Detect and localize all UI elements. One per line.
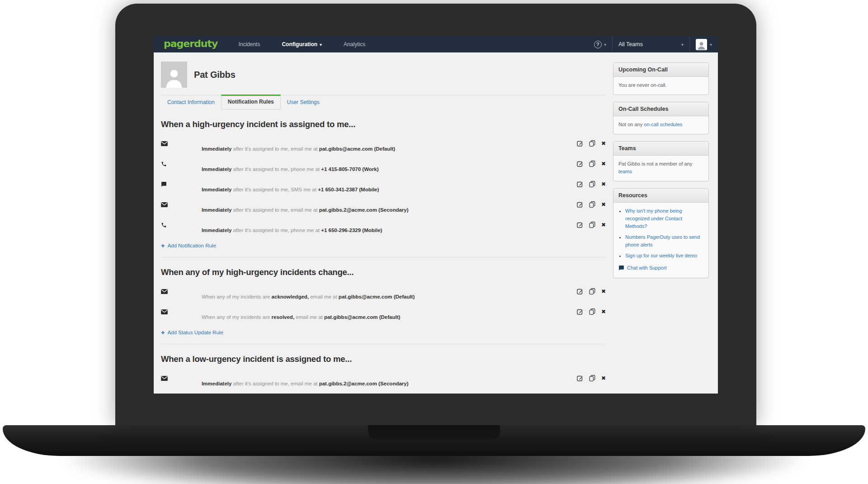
resource-link[interactable]: Numbers PagerDuty uses to send phone ale…: [625, 234, 700, 247]
edit-rule-button[interactable]: [577, 201, 583, 208]
rule-description: Immediately after it's assigned to me, e…: [173, 196, 409, 213]
edit-rule-button[interactable]: [577, 288, 583, 294]
rule-text-segment: Immediately: [202, 228, 231, 233]
notification-rule-row: Immediately after it's assigned to me, e…: [161, 196, 606, 213]
help-icon: ?: [594, 41, 602, 48]
delete-rule-button[interactable]: [601, 375, 606, 381]
resources-list: Why isn't my phone being recognized unde…: [618, 207, 703, 260]
chat-with-support-row: Chat with Support: [618, 264, 703, 272]
team-selector-label: All Teams: [618, 41, 643, 47]
rule-description: Immediately after it's assigned to me, S…: [173, 176, 379, 192]
rule-actions: [566, 181, 606, 187]
delete-rule-button[interactable]: [601, 181, 606, 187]
rule-section: When a low-urgency incident is assigned …: [161, 354, 606, 394]
rule-actions: [566, 288, 606, 294]
profile-avatar: [161, 62, 187, 88]
rule-text-segment: Immediately: [202, 381, 231, 386]
delete-rule-button[interactable]: [601, 308, 606, 315]
rule-actions: [566, 375, 606, 381]
add-rule-link[interactable]: Add Notification Rule: [161, 243, 216, 248]
panel-title: On-Call Schedules: [613, 102, 708, 116]
rule-text-segment: Immediately: [202, 146, 231, 152]
rule-sections: When a high-urgency incident is assigned…: [161, 119, 606, 394]
copy-rule-button[interactable]: [589, 222, 595, 228]
chat-with-support-link[interactable]: Chat with Support: [627, 264, 666, 272]
email-icon: [161, 376, 169, 381]
edit-rule-button[interactable]: [577, 140, 583, 147]
delete-rule-button[interactable]: [601, 201, 606, 208]
rule-text-segment: email me at: [309, 294, 339, 299]
rule-text-segment: after it's assigned to me, SMS me at: [231, 187, 318, 192]
copy-rule-button[interactable]: [589, 288, 595, 294]
copy-rule-button[interactable]: [589, 201, 595, 208]
on-call-schedules-link[interactable]: on-call schedules: [644, 122, 682, 127]
profile-header: Pat Gibbs: [161, 52, 606, 88]
copy-rule-button[interactable]: [589, 161, 595, 167]
rule-text-segment: +1 650-296-2329 (Mobile): [321, 228, 382, 233]
resources-panel: Resources Why isn't my phone being recog…: [613, 188, 709, 278]
page-content: Pat Gibbs Contact Information Notificati…: [154, 52, 718, 394]
notification-rule-row: Immediately after it's assigned to me, p…: [161, 217, 606, 233]
navbar-menu-item-label: Analytics: [344, 41, 365, 47]
profile-tab[interactable]: Contact Information: [161, 95, 221, 109]
rule-text-segment: email me at: [294, 314, 324, 320]
profile-tab[interactable]: User Settings: [281, 95, 326, 109]
rule-text-segment: pat.gibbs.2@acme.com (Secondary): [319, 207, 409, 213]
team-selector-dropdown[interactable]: All Teams ▾: [613, 36, 689, 52]
rule-text-segment: pat.gibbs@acme.com (Default): [339, 294, 415, 299]
resource-link[interactable]: Why isn't my phone being recognized unde…: [625, 208, 682, 229]
resource-list-item: Numbers PagerDuty uses to send phone ale…: [625, 233, 703, 249]
resource-list-item: Why isn't my phone being recognized unde…: [625, 207, 703, 230]
email-icon: [161, 289, 169, 294]
rule-description: When any of my incidents are acknowledge…: [173, 283, 415, 299]
notification-rule-row: Immediately after it's assigned to me, e…: [161, 135, 606, 152]
copy-rule-button[interactable]: [589, 375, 595, 381]
rule-description: Immediately after it's assigned to me, e…: [173, 370, 409, 386]
delete-rule-button[interactable]: [601, 288, 606, 294]
teams-panel: Teams Pat Gibbs is not a member of any t…: [613, 141, 709, 181]
schedules-text: Not on any: [618, 122, 644, 127]
copy-rule-button[interactable]: [589, 140, 595, 147]
page-title: Pat Gibbs: [194, 70, 236, 80]
panel-title: Resources: [613, 189, 708, 203]
rule-actions: [566, 308, 606, 315]
copy-rule-button[interactable]: [589, 308, 595, 315]
phone-icon: [161, 222, 169, 228]
profile-tab[interactable]: Notification Rules: [221, 95, 281, 109]
rule-text-segment: resolved,: [272, 314, 295, 320]
rule-section: When a high-urgency incident is assigned…: [161, 119, 606, 257]
notification-rule-row: Immediately after it's assigned to me, e…: [161, 370, 606, 386]
edit-rule-button[interactable]: [577, 375, 583, 381]
resource-link[interactable]: Sign up for our weekly live demo: [625, 253, 697, 258]
pagerduty-app-screen: pagerduty Incidents Configuration Analyt…: [154, 36, 718, 394]
edit-rule-button[interactable]: [577, 222, 583, 228]
pagerduty-logo[interactable]: pagerduty: [164, 38, 217, 51]
rule-text-segment: Immediately: [202, 207, 231, 213]
user-menu-button[interactable]: ▾: [690, 36, 718, 52]
delete-rule-button[interactable]: [601, 140, 606, 147]
sms-icon: [161, 181, 169, 187]
delete-rule-button[interactable]: [601, 222, 606, 228]
navbar-menu-item[interactable]: Configuration: [282, 41, 322, 47]
edit-rule-button[interactable]: [577, 308, 583, 315]
teams-link[interactable]: teams: [618, 169, 632, 174]
add-rule-link-label: Add Status Update Rule: [167, 330, 223, 335]
help-menu-button[interactable]: ? ▾: [588, 36, 612, 52]
delete-rule-button[interactable]: [601, 161, 606, 167]
edit-rule-button[interactable]: [577, 161, 583, 167]
add-rule-link[interactable]: Add Status Update Rule: [161, 330, 223, 335]
plus-icon: [161, 243, 165, 248]
notification-rule-row: Immediately after it's assigned to me, p…: [161, 156, 606, 172]
profile-tabs: Contact Information Notification Rules U…: [161, 95, 606, 109]
teams-text: Pat Gibbs is not a member of any: [618, 161, 692, 166]
navbar-menu-item[interactable]: Analytics: [344, 41, 365, 47]
rule-text-segment: Immediately: [202, 166, 231, 172]
phone-icon: [161, 161, 169, 167]
copy-rule-button[interactable]: [589, 181, 595, 187]
on-call-schedules-panel: On-Call Schedules Not on any on-call sch…: [613, 102, 709, 134]
rule-description: When any of my incidents are resolved, e…: [173, 304, 400, 320]
edit-rule-button[interactable]: [577, 181, 583, 187]
navbar-menu-item[interactable]: Incidents: [238, 41, 260, 47]
chevron-down-icon: ▾: [710, 42, 712, 47]
rule-text-segment: after it's assigned to me, email me at: [231, 381, 319, 386]
